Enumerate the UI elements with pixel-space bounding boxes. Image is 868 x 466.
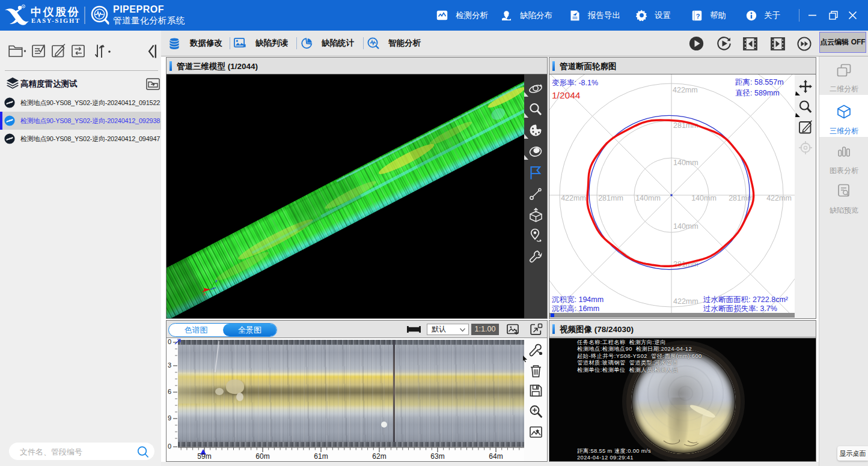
svg-text:z: z bbox=[215, 278, 218, 283]
svg-text:过水断面损失率: 3.7%: 过水断面损失率: 3.7% bbox=[703, 304, 777, 313]
svg-text:变形率: -8.1%: 变形率: -8.1% bbox=[552, 79, 598, 87]
svg-text:60m: 60m bbox=[255, 452, 269, 461]
svg-text:?: ? bbox=[696, 12, 700, 19]
svg-text:140mm: 140mm bbox=[691, 194, 717, 202]
svg-text:140mm: 140mm bbox=[635, 194, 661, 202]
svg-text:距离: 58.557m: 距离: 58.557m bbox=[735, 78, 784, 86]
svg-text:61m: 61m bbox=[314, 452, 328, 461]
svg-text:过水断面面积: 2722.8cm²: 过水断面面积: 2722.8cm² bbox=[703, 295, 788, 304]
svg-text:422mm: 422mm bbox=[673, 86, 698, 94]
svg-text:59m: 59m bbox=[197, 452, 211, 461]
svg-text:422mm: 422mm bbox=[673, 297, 698, 306]
svg-text:422mm: 422mm bbox=[766, 194, 792, 202]
svg-text:直径: 589mm: 直径: 589mm bbox=[735, 89, 780, 97]
svg-text:62m: 62m bbox=[372, 452, 386, 461]
svg-text:422mm: 422mm bbox=[561, 194, 586, 202]
svg-text:沉积高: 16mm: 沉积高: 16mm bbox=[552, 304, 599, 313]
svg-text:64m: 64m bbox=[489, 452, 503, 461]
svg-text:281mm: 281mm bbox=[729, 194, 754, 202]
svg-text:140mm: 140mm bbox=[673, 222, 698, 231]
svg-text:140mm: 140mm bbox=[673, 159, 698, 167]
svg-text:x: x bbox=[203, 291, 206, 297]
svg-text:1/2044: 1/2044 bbox=[552, 90, 581, 100]
svg-text:沉积宽: 194mm: 沉积宽: 194mm bbox=[552, 295, 604, 304]
svg-text:63m: 63m bbox=[430, 452, 444, 461]
svg-text:281mm: 281mm bbox=[598, 194, 623, 202]
